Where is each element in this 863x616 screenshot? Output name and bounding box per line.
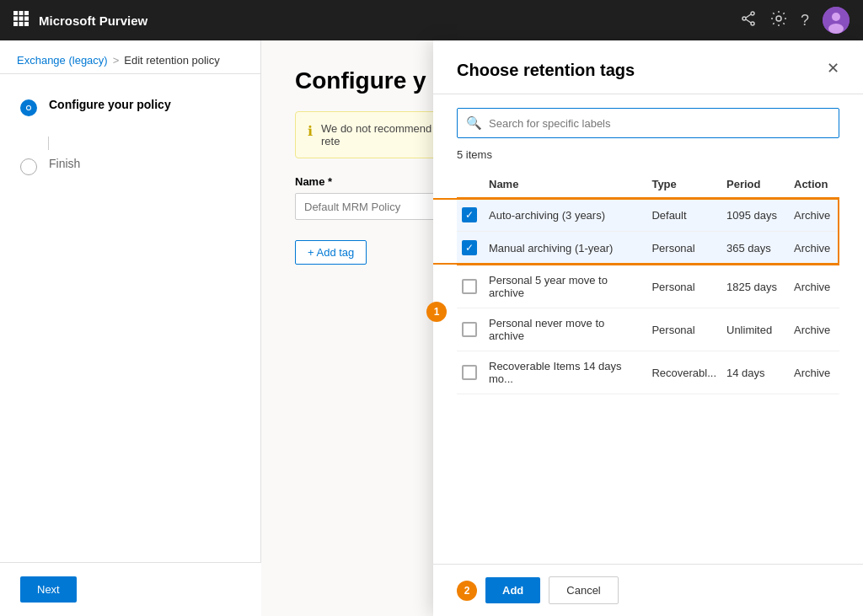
svg-rect-7 [19, 22, 24, 26]
tag-period: 365 days [721, 232, 789, 265]
wizard-step-configure: Configure your policy [20, 98, 240, 116]
svg-point-9 [751, 12, 754, 15]
svg-rect-0 [13, 11, 18, 15]
badge-1-wrapper: 1 [426, 302, 447, 322]
add-tag-button[interactable]: + Add tag [295, 240, 367, 265]
tag-period: Unlimited [721, 308, 789, 351]
tag-period: 14 days [721, 351, 789, 394]
step-configure-label: Configure your policy [49, 98, 171, 111]
tag-action: Archive [789, 265, 839, 308]
checkbox[interactable] [462, 365, 477, 380]
app-title: Microsoft Purview [39, 13, 147, 28]
badge-2: 2 [457, 581, 477, 601]
checkbox-cell[interactable] [457, 351, 484, 394]
tag-name: Recoverable Items 14 days mo... [484, 351, 646, 394]
checkmark: ✓ [465, 210, 474, 220]
col-header-checkbox [457, 171, 484, 198]
step-finish-label: Finish [49, 157, 80, 170]
breadcrumb-current: Edit retention policy [124, 54, 219, 67]
tag-type: Default [646, 198, 721, 232]
svg-point-11 [751, 22, 754, 25]
table-row[interactable]: Personal 5 year move to archive Personal… [457, 265, 839, 308]
breadcrumb-separator: > [113, 54, 120, 67]
svg-point-10 [742, 17, 746, 20]
svg-point-17 [828, 24, 844, 34]
cancel-button[interactable]: Cancel [549, 576, 618, 604]
search-icon: 🔍 [466, 115, 482, 131]
tag-type: Personal [646, 232, 721, 265]
tag-name: Personal never move to archive [484, 308, 646, 351]
tags-table: Name Type Period Action ✓ Auto-archiving… [457, 171, 839, 394]
svg-rect-4 [19, 16, 24, 20]
svg-rect-5 [24, 16, 29, 20]
table-row[interactable]: ✓ Auto-archiving (3 years) Default 1095 … [457, 198, 839, 232]
col-header-period: Period [721, 171, 789, 198]
main-area: Exchange (legacy) > Edit retention polic… [0, 40, 863, 616]
next-button[interactable]: Next [20, 576, 77, 603]
svg-point-14 [776, 16, 781, 21]
svg-line-13 [746, 14, 751, 18]
badge-1: 1 [426, 302, 447, 322]
checkbox[interactable]: ✓ [462, 240, 477, 255]
checkbox-cell[interactable] [457, 308, 484, 351]
col-header-name: Name [484, 171, 646, 198]
step-configure-indicator [20, 99, 37, 116]
tag-name: Auto-archiving (3 years) [484, 198, 646, 232]
tag-name: Manual archiving (1-year) [484, 232, 646, 265]
tag-action: Archive [789, 232, 839, 265]
checkbox[interactable]: ✓ [462, 207, 477, 222]
svg-rect-8 [24, 22, 29, 26]
svg-line-12 [746, 19, 751, 23]
step-connector [48, 137, 49, 150]
tag-action: Archive [789, 351, 839, 394]
topbar-left: Microsoft Purview [13, 11, 147, 30]
table-row[interactable]: Recoverable Items 14 days mo... Recovera… [457, 351, 839, 394]
checkbox[interactable] [462, 279, 477, 294]
svg-point-20 [27, 106, 30, 110]
topbar-right: ? [740, 7, 850, 34]
tag-period: 1825 days [721, 265, 789, 308]
add-button[interactable]: Add [485, 577, 540, 603]
tag-type: Personal [646, 308, 721, 351]
table-row[interactable]: Personal never move to archive Personal … [457, 308, 839, 351]
table-header-row: Name Type Period Action [457, 171, 839, 198]
checkbox-cell[interactable]: ✓ [457, 232, 484, 265]
step-finish-indicator [20, 158, 37, 175]
panel-body: 🔍 5 items Name Type Period Action [433, 94, 863, 564]
topbar: Microsoft Purview ? [0, 0, 863, 40]
svg-rect-2 [24, 11, 29, 15]
wizard-sidebar: Exchange (legacy) > Edit retention polic… [0, 40, 261, 616]
checkbox-cell[interactable] [457, 265, 484, 308]
svg-point-16 [832, 13, 840, 21]
items-count: 5 items [457, 148, 839, 161]
settings-icon[interactable] [770, 10, 787, 31]
tag-action: Archive [789, 308, 839, 351]
tags-table-wrapper: Name Type Period Action ✓ Auto-archiving… [457, 171, 839, 394]
avatar[interactable] [823, 7, 850, 34]
tag-type: Personal [646, 265, 721, 308]
checkmark: ✓ [465, 243, 474, 253]
table-row[interactable]: ✓ Manual archiving (1-year) Personal 365… [457, 232, 839, 265]
tag-action: Archive [789, 198, 839, 232]
col-header-type: Type [646, 171, 721, 198]
choose-retention-panel: Choose retention tags ✕ 🔍 5 items Name T… [433, 40, 863, 616]
checkbox[interactable] [462, 322, 477, 337]
checkbox-cell[interactable]: ✓ [457, 198, 484, 232]
close-button[interactable]: ✕ [827, 61, 839, 76]
breadcrumb: Exchange (legacy) > Edit retention polic… [0, 40, 260, 74]
share-icon[interactable] [740, 10, 757, 31]
wizard-step-finish: Finish [20, 157, 240, 175]
col-header-action: Action [789, 171, 839, 198]
search-box: 🔍 [457, 108, 839, 138]
tag-type: Recoverabl... [646, 351, 721, 394]
tag-name: Personal 5 year move to archive [484, 265, 646, 308]
svg-rect-1 [19, 11, 24, 15]
panel-footer: 2 Add Cancel [433, 564, 863, 616]
help-icon[interactable]: ? [801, 12, 809, 29]
panel-header: Choose retention tags ✕ [433, 40, 863, 94]
waffle-icon[interactable] [13, 11, 29, 30]
breadcrumb-parent[interactable]: Exchange (legacy) [17, 54, 108, 67]
svg-rect-3 [13, 16, 18, 20]
search-input[interactable] [489, 117, 830, 130]
wizard-steps: Configure your policy Finish [0, 74, 260, 219]
